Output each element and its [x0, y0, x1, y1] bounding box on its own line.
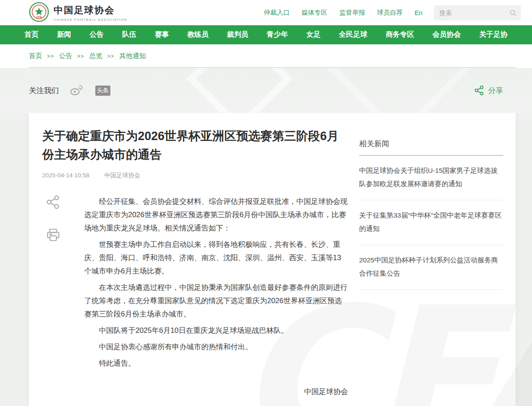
related-news-item[interactable]: 2025中国足协杯种子计划系列公益活动服务商合作征集公告 [359, 245, 503, 290]
search-icon[interactable] [509, 9, 517, 17]
weibo-icon[interactable] [70, 84, 83, 98]
article-title: 关于确定重庆市为2026世界杯亚洲区预选赛第三阶段6月份主场承办城市的通告 [42, 127, 348, 164]
paragraph: 中国队将于2025年6月10日在重庆龙兴足球场迎战巴林队。 [84, 324, 348, 337]
nav-business[interactable]: 商务专区 [386, 30, 414, 39]
nav-grassroots[interactable]: 全民足球 [339, 30, 368, 39]
article: 关于确定重庆市为2026世界杯亚洲区预选赛第三阶段6月份主场承办城市的通告 20… [42, 123, 348, 406]
follow-us-label: 关注我们 [29, 86, 59, 96]
article-body: 经公开征集、会员协会提交材料、综合评估并报亚足联批准，中国足球协会现选定重庆市为… [42, 195, 348, 406]
search-box [434, 5, 521, 20]
breadcrumb-home[interactable]: 首页 [29, 52, 42, 60]
nav-member-associations[interactable]: 会员协会 [433, 30, 461, 39]
top-links: 仲裁入口 媒体专区 监督举报 球员自荐 En [264, 8, 422, 17]
article-card: 关于确定重庆市为2026世界杯亚洲区预选赛第三阶段6月份主场承办城市的通告 20… [29, 113, 516, 406]
nav-news[interactable]: 新闻 [57, 30, 71, 39]
content-area: CFA 关于确定重庆市为2026世界杯亚洲区预选赛第三阶段6月份主场承办城市的通… [0, 113, 532, 406]
nav-coaches[interactable]: 教练员 [188, 30, 209, 39]
related-news-item[interactable]: 中国足球协会关于组织U-15国家男子足球选拔队参加欧足联发展杯邀请赛的通知 [359, 156, 503, 200]
print-icon[interactable] [46, 227, 61, 242]
follow-share-strip: 关注我们 头条 分享 [0, 68, 532, 113]
article-source: 中国足球协会 [104, 172, 140, 179]
signature-name: 中国足球协会 [84, 385, 348, 398]
share-icon [474, 85, 485, 96]
logo-title: 中国足球协会 [54, 4, 127, 16]
emblem-watermark [317, 68, 481, 113]
breadcrumb-other-notices[interactable]: 其他通知 [119, 52, 146, 60]
cfa-emblem-icon: CFA [29, 2, 49, 24]
top-link-media[interactable]: 媒体专区 [301, 8, 327, 17]
breadcrumb-separator: >> [107, 53, 114, 59]
nav-youth[interactable]: 青少年 [267, 30, 288, 39]
paragraph: 特此通告。 [84, 356, 348, 370]
language-toggle[interactable]: En [415, 9, 422, 16]
emblem-watermark [186, 68, 293, 113]
related-news-item[interactable]: 关于征集第33届“中华杯”全国中老年足球赛赛区的通知 [359, 200, 503, 245]
search-input[interactable] [434, 5, 521, 20]
article-tools [42, 195, 84, 406]
nav-about-cfa[interactable]: 关于足协 [479, 30, 508, 39]
top-link-arbitration[interactable]: 仲裁入口 [264, 8, 289, 17]
paragraph: 经公开征集、会员协会提交材料、综合评估并报亚足联批准，中国足球协会现选定重庆市为… [84, 195, 348, 234]
nav-womens-football[interactable]: 女足 [306, 30, 321, 39]
paragraph: 中国足协衷心感谢所有申办城市的热情和付出。 [84, 340, 348, 353]
breadcrumb-overview[interactable]: 总览 [89, 52, 102, 60]
top-header: CFA 中国足球协会 CHINESE FOOTBALL ASSOCIATION … [0, 0, 532, 25]
article-meta: 2025-04-14 10:58 中国足球协会 [42, 172, 348, 180]
nav-competitions[interactable]: 赛事 [155, 30, 169, 39]
related-news-title: 相关新闻 [359, 139, 503, 156]
top-link-player-recommend[interactable]: 球员自荐 [377, 8, 403, 17]
breadcrumb-separator: >> [47, 53, 54, 59]
paragraph: 在本次主场遴选过程中，中国足协秉承为国家队创造最好参赛条件的原则进行了统筹考虑，… [84, 281, 348, 320]
article-paragraphs: 经公开征集、会员协会提交材料、综合评估并报亚足联批准，中国足球协会现选定重庆市为… [84, 195, 348, 406]
breadcrumb-separator: >> [77, 53, 84, 59]
breadcrumb-announcements[interactable]: 公告 [59, 52, 72, 60]
share-button[interactable]: 分享 [474, 85, 503, 96]
nav-teams[interactable]: 队伍 [122, 30, 137, 39]
nav-announcements[interactable]: 公告 [90, 30, 104, 39]
toutiao-icon[interactable]: 头条 [95, 86, 110, 96]
main-nav: 首页 新闻 公告 队伍 赛事 教练员 裁判员 青少年 女足 全民足球 商务专区 … [0, 25, 532, 44]
breadcrumb: 首页 >> 公告 >> 总览 >> 其他通知 [0, 44, 532, 68]
article-signature: 中国足球协会 2025年4月14日 [84, 385, 348, 406]
related-news-sidebar: 相关新闻 中国足球协会关于组织U-15国家男子足球选拔队参加欧足联发展杯邀请赛的… [359, 123, 503, 406]
top-link-supervision[interactable]: 监督举报 [339, 8, 365, 17]
logo-text: 中国足球协会 CHINESE FOOTBALL ASSOCIATION [54, 4, 127, 22]
paragraph: 世预赛主场申办工作自启动以来，得到各地积极响应，共有长春、长沙、重庆、贵阳、海口… [84, 238, 348, 277]
share-article-icon[interactable] [46, 195, 61, 210]
share-label: 分享 [488, 86, 503, 96]
logo-subtitle: CHINESE FOOTBALL ASSOCIATION [54, 18, 127, 22]
cfa-logo[interactable]: CFA 中国足球协会 CHINESE FOOTBALL ASSOCIATION [29, 2, 127, 24]
nav-home[interactable]: 首页 [24, 30, 39, 39]
article-date: 2025-04-14 10:58 [42, 172, 90, 179]
svg-text:CFA: CFA [36, 15, 42, 18]
nav-referees[interactable]: 裁判员 [227, 30, 248, 39]
